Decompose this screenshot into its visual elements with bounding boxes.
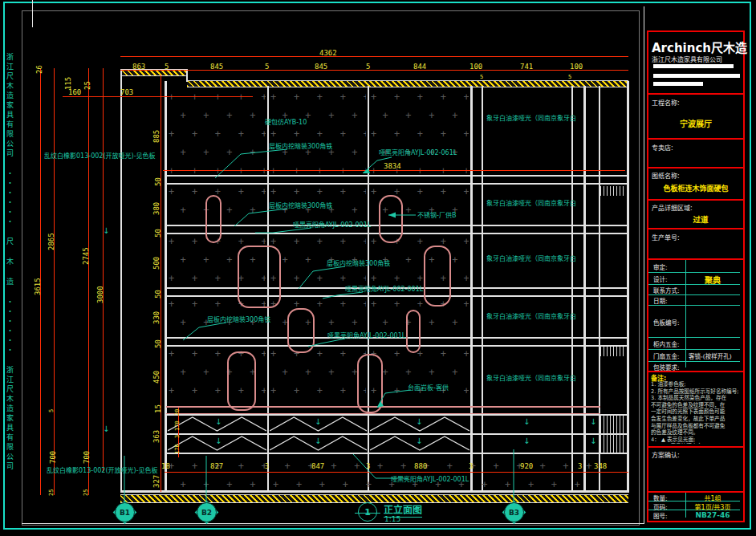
redaction-bar	[653, 74, 740, 78]
field-value: 宁波展厅	[648, 117, 743, 129]
redaction-bar	[653, 82, 703, 86]
titleblock-notes-box: 备注: 1. 油漆参色板; 2. 所有产品按图纸所示写好名称编号; 3. 本制品…	[647, 371, 745, 448]
company-name: 浙江尺木造家具有限公司	[652, 55, 722, 63]
field-label: 专卖店:	[652, 143, 673, 152]
titleblock-project-box: 工程名称: 宁波展厅	[647, 93, 745, 140]
border-right	[750, 2, 751, 530]
titleblock-logo-box: Archinch尺木造 浙江尺木造家具有限公司	[647, 30, 745, 95]
table-label: 日期:	[653, 296, 668, 305]
view-bubble-line	[355, 513, 380, 514]
redaction-bar	[653, 64, 734, 68]
table-label: 色板编号:	[653, 318, 680, 327]
confirm-label: 方案确认:	[652, 450, 680, 459]
table-label: 门扇五金:	[653, 351, 680, 360]
table-row-line	[648, 361, 740, 362]
titleblock-separator-line	[644, 6, 644, 524]
field-label: 生产单号:	[652, 233, 680, 242]
marker-label: B3	[504, 502, 524, 522]
titleblock-store-box: 专卖店:	[647, 138, 745, 169]
footer-label: 数量:	[653, 493, 668, 502]
marker-label: B1	[115, 502, 135, 522]
section-marker-b3: B3	[500, 501, 527, 525]
notes-body: 1. 油漆参色板; 2. 所有产品按图纸所示写好名称编号; 3. 本制品属天然染…	[651, 381, 741, 444]
table-row-line	[648, 305, 740, 306]
titleblock-footer: 数量: 共1组 页码: 第1页/共3页 图号: NB27-46	[647, 491, 745, 522]
view-number-bubble: 1	[358, 502, 377, 522]
marker-label: B2	[197, 502, 217, 522]
table-row-line	[648, 294, 740, 295]
section-marker-b2: B2	[193, 501, 220, 525]
table-label: 审定:	[653, 262, 668, 271]
leader-lines-layer	[0, 0, 642, 536]
field-label: 产品详细区域:	[652, 203, 693, 212]
titleblock-order-box: 生产单号:	[647, 228, 745, 260]
brand-logo: Archinch尺木造	[652, 39, 747, 55]
footer-value-number: NB27-46	[685, 511, 740, 519]
view-scale: 1:15	[384, 515, 400, 523]
footer-value-qty: 共1组	[685, 493, 740, 502]
table-label: 柜内五金:	[653, 339, 680, 348]
field-label: 图纸名称:	[652, 171, 680, 180]
field-value: 色板柜连木饰面硬包	[648, 183, 743, 193]
table-value-lock: 客锁-(按样开孔)	[689, 351, 732, 360]
titleblock-info-table: 审定: 设计: 聚典 联系方式: 日期: 色板编号: 柜内五金: 门扇五金: 客…	[647, 258, 745, 372]
field-value: 过道	[665, 213, 737, 225]
titleblock-sheetname-box: 图纸名称: 色板柜连木饰面硬包	[647, 167, 745, 201]
titleblock-confirm-box: 方案确认:	[647, 446, 745, 493]
footer-value-page: 第1页/共3页	[685, 502, 740, 511]
section-marker-b1: B1	[111, 501, 138, 525]
table-row-line	[648, 349, 740, 350]
table-label: 设计:	[653, 274, 668, 283]
footer-label: 图号:	[653, 511, 668, 520]
titleblock-area-box: 产品详细区域: 过道	[647, 199, 745, 229]
footer-label: 页码:	[653, 502, 668, 511]
cad-sheet: 浙江尺木造家具有限公司 ・・・・・・ 尺 木 造 ・・・・・・ 浙江尺木造家具有…	[0, 0, 756, 536]
table-label: 联系方式:	[653, 286, 680, 294]
table-row-line	[648, 272, 740, 273]
table-value-designer: 聚典	[685, 274, 740, 286]
field-label: 工程名称:	[652, 98, 680, 107]
table-row-line	[648, 337, 740, 338]
